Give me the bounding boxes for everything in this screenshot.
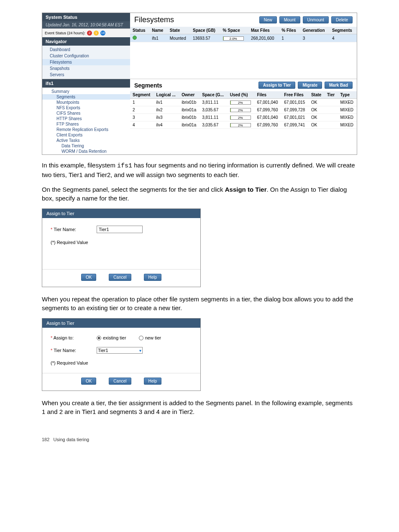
- dialog2-title: Assign to Tier: [42, 319, 200, 328]
- navigator-list[interactable]: Dashboard Cluster Configuration Filesyst…: [42, 46, 130, 79]
- tier-name-input[interactable]: [97, 226, 143, 233]
- segments-title: Segments: [134, 82, 162, 89]
- segcol-segment[interactable]: Segment: [130, 91, 154, 99]
- info-badge[interactable]: 18: [100, 31, 105, 36]
- required-note-2: (*) Required Value: [51, 360, 192, 365]
- tree-http-shares[interactable]: HTTP Shares: [42, 116, 130, 121]
- segcol-used[interactable]: Used (%): [228, 91, 255, 99]
- help-button-2[interactable]: Help: [144, 378, 162, 385]
- segment-row[interactable]: 1ilv1ibrix01b3,811.112%67,001,04067,001,…: [130, 99, 357, 106]
- tree-mountpoints[interactable]: Mountpoints: [42, 100, 130, 105]
- tree-data-tiering[interactable]: Data Tiering: [42, 143, 130, 149]
- migrate-button[interactable]: Migrate: [298, 82, 322, 89]
- nav-snapshots[interactable]: Snapshots: [42, 65, 130, 72]
- tree-remote-replication[interactable]: Remote Replication Exports: [42, 127, 130, 132]
- tree-ftp-shares[interactable]: FTP Shares: [42, 121, 130, 127]
- col-space[interactable]: Space (GB): [190, 27, 220, 34]
- mount-button[interactable]: Mount: [279, 16, 300, 23]
- tree-client-exports[interactable]: Client Exports: [42, 132, 130, 138]
- new-button[interactable]: New: [259, 16, 277, 23]
- radio-off-icon: [139, 336, 143, 340]
- segcol-tier[interactable]: Tier: [325, 91, 338, 99]
- radio-new-tier[interactable]: new tier: [139, 335, 161, 340]
- fs-name: ifs1: [149, 34, 167, 42]
- fs-pctfiles: 1: [279, 34, 300, 42]
- tree-worm[interactable]: WORM / Data Retention: [42, 149, 130, 154]
- tree-active-tasks[interactable]: Active Tasks: [42, 138, 130, 143]
- app-window: System Status Updated Jan. 16, 2012, 10:…: [42, 13, 357, 155]
- paragraph-3: When you repeat the operation to place o…: [42, 295, 357, 312]
- help-button[interactable]: Help: [144, 274, 162, 281]
- nav-filesystems[interactable]: Filesystems: [42, 59, 130, 65]
- navigator-header: Navigator: [42, 37, 130, 46]
- event-status-row: Event Status (24 hours): 2 1 18: [42, 28, 130, 37]
- fs-space: 13693.57: [190, 34, 220, 42]
- segcol-files[interactable]: Files: [254, 91, 281, 99]
- page-footer: 182 Using data tiering: [42, 437, 357, 442]
- paragraph-1: In this example, filesystem ifs1 has fou…: [42, 161, 357, 179]
- segment-row[interactable]: 4ilv4ibrix01a3,035.672%67,099,76067,099,…: [130, 121, 357, 129]
- nav-servers[interactable]: Servers: [42, 72, 130, 78]
- fs-state: Mounted: [167, 34, 190, 42]
- fs-maxfiles: 268,201,600: [248, 34, 279, 42]
- segcol-space[interactable]: Space (G...: [200, 91, 227, 99]
- fs-row[interactable]: ifs1 Mounted 13693.57 2.0% 268,201,600 1…: [130, 34, 357, 42]
- dialog1-title: Assign to Tier: [42, 209, 200, 218]
- tree-cifs-shares[interactable]: CIFS Shares: [42, 111, 130, 116]
- warning-badge[interactable]: 1: [94, 31, 99, 36]
- radio-existing-tier[interactable]: existing tier: [97, 335, 126, 340]
- cancel-button[interactable]: Cancel: [109, 274, 131, 281]
- unmount-button[interactable]: Unmount: [303, 16, 329, 23]
- filesystems-table: Status Name State Space (GB) % Space Max…: [130, 27, 357, 42]
- tree-summary[interactable]: Summary: [42, 89, 130, 94]
- ok-button[interactable]: OK: [81, 274, 96, 281]
- col-state[interactable]: State: [167, 27, 190, 34]
- ok-button-2[interactable]: OK: [81, 378, 96, 385]
- paragraph-4: When you create a tier, the tier assignm…: [42, 398, 357, 416]
- col-maxfiles[interactable]: Max Files: [248, 27, 279, 34]
- radio-on-icon: [97, 336, 101, 340]
- assign-to-tier-button[interactable]: Assign to Tier: [258, 82, 296, 89]
- assign-to-label: * Assign to:: [51, 335, 97, 340]
- segcol-type[interactable]: Type: [338, 91, 357, 99]
- paragraph-2: On the Segments panel, select the segmen…: [42, 185, 357, 203]
- col-pctspace[interactable]: % Space: [220, 27, 248, 34]
- error-badge[interactable]: 2: [87, 31, 92, 36]
- col-gen[interactable]: Generation: [300, 27, 330, 34]
- filesystems-panel: Filesystems New Mount Unmount Delete Sta…: [130, 13, 357, 79]
- col-status[interactable]: Status: [130, 27, 149, 34]
- delete-button[interactable]: Delete: [331, 16, 353, 23]
- segcol-freefiles[interactable]: Free Files: [281, 91, 309, 99]
- filesystems-title: Filesystems: [134, 15, 174, 24]
- segment-row[interactable]: 3ilv3ibrix01b3,811.112%67,001,04067,001,…: [130, 114, 357, 121]
- tree-nfs-exports[interactable]: NFS Exports: [42, 105, 130, 111]
- segcol-owner[interactable]: Owner: [179, 91, 200, 99]
- fs-gen: 3: [300, 34, 330, 42]
- segment-row[interactable]: 2ilv2ibrix01a3,035.672%67,099,76067,099,…: [130, 106, 357, 114]
- status-ok-icon: [133, 36, 137, 40]
- segcol-state[interactable]: State: [309, 91, 325, 99]
- updated-timestamp: Updated Jan. 16, 2012, 10:04:58 AM EST: [42, 21, 130, 28]
- nav-cluster-config[interactable]: Cluster Configuration: [42, 53, 130, 59]
- fs-pctspace: 2.0%: [220, 34, 248, 42]
- fs-tree-header: ifs1: [42, 79, 130, 87]
- assign-to-tier-dialog-1: Assign to Tier * Tier Name: (*) Required…: [42, 208, 201, 287]
- segments-table: Segment Logical ... Owner Space (G... Us…: [130, 91, 357, 129]
- nav-dashboard[interactable]: Dashboard: [42, 46, 130, 53]
- tree-segments[interactable]: Segments: [42, 94, 130, 100]
- tier-name-select[interactable]: Tier1 ▾: [97, 347, 143, 354]
- system-status-header: System Status: [42, 13, 130, 21]
- col-pctfiles[interactable]: % Files: [279, 27, 300, 34]
- fs-tree[interactable]: Summary Segments Mountpoints NFS Exports…: [42, 87, 130, 154]
- cancel-button-2[interactable]: Cancel: [109, 378, 131, 385]
- tier-name-label: * Tier Name:: [51, 227, 97, 232]
- assign-to-tier-dialog-2: Assign to Tier * Assign to: existing tie…: [42, 318, 201, 391]
- segments-panel: Segments Assign to Tier Migrate Mark Bad…: [130, 79, 357, 154]
- fs-seg: 4: [330, 34, 357, 42]
- tier-name-label-2: * Tier Name:: [51, 348, 97, 353]
- col-seg[interactable]: Segments: [330, 27, 357, 34]
- col-name[interactable]: Name: [149, 27, 167, 34]
- mark-bad-button[interactable]: Mark Bad: [325, 82, 353, 89]
- segcol-logical[interactable]: Logical ...: [154, 91, 179, 99]
- event-status-label: Event Status (24 hours):: [45, 31, 85, 35]
